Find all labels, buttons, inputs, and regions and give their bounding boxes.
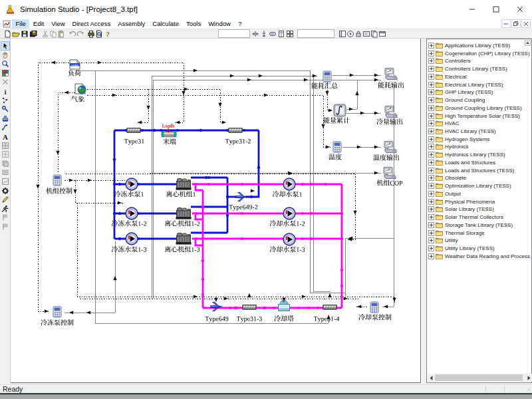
toolbar-link-view-button[interactable] xyxy=(269,30,277,38)
component-cw-pump-2[interactable] xyxy=(283,207,295,219)
component-cw-pump-control[interactable] xyxy=(370,302,378,313)
expand-icon[interactable] xyxy=(428,175,434,181)
tool-palette-button[interactable] xyxy=(1,69,9,77)
expand-icon[interactable] xyxy=(428,82,434,88)
toolbar-save-all-button[interactable] xyxy=(29,30,37,38)
toolbar-page-view-button[interactable] xyxy=(277,30,285,38)
tool-link-button[interactable] xyxy=(1,123,9,131)
expand-icon[interactable] xyxy=(428,245,434,251)
palette-item[interactable]: Solar Library (TESS) xyxy=(428,205,494,213)
component-energy-sum[interactable] xyxy=(323,71,331,82)
tool-pen-button[interactable] xyxy=(1,196,9,203)
menu-file[interactable]: File xyxy=(12,19,29,29)
toolbar-fit-horizontal-button[interactable] xyxy=(251,30,259,38)
menu-direct-access[interactable]: Direct Access xyxy=(68,19,114,29)
link-signal-dotted[interactable] xyxy=(327,82,332,110)
component-diverter-1[interactable] xyxy=(210,302,222,311)
expand-icon[interactable] xyxy=(428,253,434,259)
component-energy-out[interactable] xyxy=(385,68,397,80)
palette-item[interactable]: Applications Library (TESS) xyxy=(428,42,510,49)
schematic-canvas[interactable] xyxy=(11,39,421,383)
tool-info-button[interactable]: i xyxy=(1,87,9,95)
menu-calculate[interactable]: Calculate xyxy=(149,19,183,29)
component-pipe-4[interactable] xyxy=(323,305,337,309)
component-pipe-3[interactable] xyxy=(243,305,257,309)
link-signal-dotted[interactable] xyxy=(87,89,226,122)
palette-item[interactable]: Utility Library (TESS) xyxy=(428,245,495,252)
tool-text-button[interactable]: A xyxy=(1,132,9,140)
component-cooling-tower[interactable] xyxy=(279,300,290,311)
link-signal-dotted[interactable] xyxy=(87,95,331,147)
splitter[interactable] xyxy=(422,39,426,383)
component-chiller-3[interactable] xyxy=(176,233,192,245)
palette-item[interactable]: HVAC Library (TESS) xyxy=(428,128,496,135)
toolbar-new-button[interactable] xyxy=(3,30,11,38)
tool-key-button[interactable] xyxy=(1,105,9,113)
palette-item[interactable]: Solar Thermal Collectors xyxy=(428,213,503,221)
component-chw-pump-control[interactable] xyxy=(53,307,61,317)
link-signal[interactable] xyxy=(345,238,394,296)
menu-tools[interactable]: Tools xyxy=(182,19,204,29)
tool-zoom-button[interactable] xyxy=(1,60,9,68)
component-cw-pump-3[interactable] xyxy=(283,233,295,245)
palette-item[interactable]: Cogeneration (CHP) Library (TESS) xyxy=(428,50,530,57)
toolbar-name-field[interactable] xyxy=(297,29,334,38)
expand-icon[interactable] xyxy=(428,89,434,95)
component-chiller-2[interactable] xyxy=(176,208,192,219)
expand-icon[interactable] xyxy=(428,113,434,119)
expand-icon[interactable] xyxy=(428,128,434,134)
palette-item[interactable]: Controllers Library (TESS) xyxy=(428,65,507,72)
component-integrator[interactable] xyxy=(334,104,346,116)
resize-grip[interactable] xyxy=(525,386,531,392)
palette-item[interactable]: Hydrogen Systems xyxy=(428,136,490,143)
link-signal[interactable] xyxy=(346,80,381,109)
palette-item[interactable]: Ground Coupling xyxy=(428,96,485,104)
palette-item[interactable]: Storage Tank Library (TESS) xyxy=(428,221,513,229)
palette-item[interactable]: Utility xyxy=(428,237,458,244)
menu-window[interactable]: Window xyxy=(205,19,235,29)
expand-icon[interactable] xyxy=(428,168,434,174)
link-chilled-water[interactable] xyxy=(245,130,259,197)
toolbar-list-window-button[interactable] xyxy=(370,30,378,38)
expand-icon[interactable] xyxy=(428,237,434,243)
toolbar-run-window-button[interactable] xyxy=(346,30,354,38)
toolbar-card-window-button[interactable] xyxy=(378,30,386,38)
palette-item[interactable]: HVAC xyxy=(428,120,460,127)
toolbar-print-button[interactable] xyxy=(87,30,95,38)
expand-icon[interactable] xyxy=(428,43,434,49)
link-cooling-water[interactable] xyxy=(196,215,203,219)
palette-item[interactable]: GHP Library (TESS) xyxy=(428,88,493,96)
scroll-left-button[interactable] xyxy=(428,374,434,382)
toolbar-fit-vertical-button[interactable] xyxy=(260,30,268,38)
link-signal-dotted[interactable] xyxy=(81,63,184,122)
link-signal[interactable] xyxy=(65,241,115,313)
component-chiller-1[interactable] xyxy=(176,179,192,190)
menu-view[interactable]: View xyxy=(48,19,68,29)
component-chw-pump-2[interactable] xyxy=(126,207,138,219)
menu-assembly[interactable]: Assembly xyxy=(114,19,149,29)
link-signal[interactable] xyxy=(81,70,345,293)
component-chw-pump-1[interactable] xyxy=(126,178,138,190)
expand-icon[interactable] xyxy=(428,160,434,166)
toolbar-output-window-button[interactable] xyxy=(362,30,370,38)
component-weather-reader[interactable] xyxy=(75,84,86,94)
link-signal-dotted[interactable] xyxy=(77,203,394,303)
component-cw-pump-1[interactable] xyxy=(283,178,295,190)
palette-item[interactable]: Thermal Storage xyxy=(428,229,485,237)
expand-icon[interactable] xyxy=(428,206,434,212)
component-unit-control[interactable] xyxy=(53,175,61,186)
component-chw-pump-3[interactable] xyxy=(126,233,138,245)
palette-item[interactable]: Output xyxy=(428,190,461,198)
expand-icon[interactable] xyxy=(428,105,434,111)
expand-icon[interactable] xyxy=(428,136,434,142)
palette-item[interactable]: Hydronics Library (TESS) xyxy=(428,151,505,158)
palette-item[interactable]: High Temperature Solar (TESS) xyxy=(428,112,520,120)
link-signal-dotted[interactable] xyxy=(38,63,69,311)
toolbar-tile-view-button[interactable] xyxy=(286,30,294,38)
component-pipe-2[interactable] xyxy=(229,128,243,132)
link-cooling-water[interactable] xyxy=(196,240,203,245)
palette-scroll-up-button[interactable] xyxy=(525,40,531,46)
palette-item[interactable]: Electrical xyxy=(428,73,466,80)
palette-item[interactable]: Controllers xyxy=(428,57,471,65)
component-load-reader[interactable] xyxy=(70,60,80,69)
